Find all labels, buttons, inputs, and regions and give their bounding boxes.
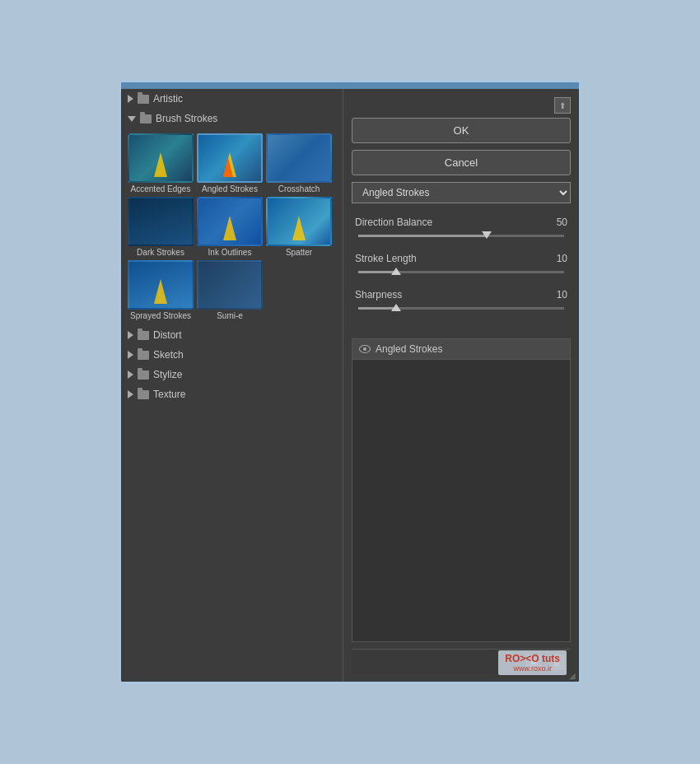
stroke-length-row: Stroke Length 10: [355, 253, 567, 264]
visibility-eye-icon[interactable]: [359, 345, 371, 353]
sail-deco-6: [154, 279, 167, 304]
sharpness-slider-row: [355, 307, 567, 319]
thumb-img-angled-strokes: [197, 133, 263, 183]
filter-dropdown-row: Angled Strokes: [352, 182, 571, 203]
thumb-label-ink-outlines: Ink Outlines: [208, 248, 252, 257]
thumb-label-sprayed-strokes: Sprayed Strokes: [130, 311, 191, 320]
direction-balance-row: Direction Balance 50: [355, 217, 567, 228]
sail-deco-3: [223, 157, 233, 177]
thumb-label-accented-edges: Accented Edges: [131, 184, 191, 193]
folder-texture[interactable]: Texture: [121, 384, 343, 404]
thumb-ink-outlines[interactable]: Ink Outlines: [197, 197, 263, 257]
ok-button[interactable]: OK: [352, 118, 571, 143]
thumb-img-crosshatch: [266, 133, 332, 183]
sharpness-fill: [358, 307, 395, 310]
folder-brush-strokes[interactable]: Brush Strokes: [121, 109, 343, 128]
new-effect-button[interactable]: ▣: [526, 655, 541, 669]
folder-stylize-icon: [138, 370, 149, 380]
stroke-length-fill: [358, 271, 395, 273]
direction-balance-thumb[interactable]: [482, 231, 492, 239]
direction-balance-slider-row: [355, 235, 567, 246]
sharpness-label: Sharpness: [355, 289, 446, 300]
folder-distort[interactable]: Distort: [121, 325, 343, 345]
applied-effects-panel: Angled Strokes: [352, 338, 571, 642]
stroke-length-track[interactable]: [358, 271, 564, 273]
filter-dropdown[interactable]: Angled Strokes: [352, 182, 571, 203]
thumb-dark-strokes[interactable]: Dark Strokes: [128, 197, 194, 257]
sharpness-row: Sharpness 10: [355, 289, 567, 300]
controls-area: Direction Balance 50 Stroke Length 10: [352, 210, 571, 332]
controls-panel: ⬆ OK Cancel Angled Strokes Direction Bal…: [343, 89, 579, 682]
folder-artistic[interactable]: Artistic: [121, 89, 343, 109]
arrow-right-icon: [128, 95, 133, 103]
arrow-right-sketch: [128, 351, 133, 359]
folder-brush-icon: [140, 114, 152, 123]
collapse-button[interactable]: ⬆: [554, 97, 571, 114]
stroke-length-thumb[interactable]: [391, 268, 401, 275]
thumb-crosshatch[interactable]: Crosshatch: [266, 133, 332, 193]
folder-distort-label: Distort: [153, 329, 182, 341]
applied-effect-label: Angled Strokes: [376, 343, 442, 355]
delete-effect-button[interactable]: 🗑: [549, 655, 564, 669]
folder-sketch-label: Sketch: [153, 349, 184, 361]
thumb-img-accented-edges: [128, 133, 194, 183]
thumb-sprayed-strokes[interactable]: Sprayed Strokes: [128, 260, 194, 320]
filter-list-panel: Artistic Brush Strokes Accented Edges: [121, 89, 343, 682]
thumb-sumi-e[interactable]: Sumi-e: [197, 260, 263, 320]
folder-stylize[interactable]: Stylize: [121, 365, 343, 384]
folder-icon: [138, 95, 149, 104]
thumb-label-dark-strokes: Dark Strokes: [137, 248, 184, 257]
folder-sketch[interactable]: Sketch: [121, 345, 343, 365]
stroke-length-label: Stroke Length: [355, 253, 446, 264]
stroke-length-value: 10: [543, 253, 567, 264]
direction-balance-fill: [358, 235, 486, 237]
applied-effects-header: Angled Strokes: [352, 339, 570, 360]
thumb-img-ink-outlines: [197, 197, 263, 246]
sail-decoration: [154, 152, 167, 177]
applied-effects-content: [352, 360, 570, 641]
panel-footer: ▣ 🗑: [352, 649, 571, 673]
folder-distort-icon: [138, 331, 149, 340]
cancel-button[interactable]: Cancel: [352, 150, 571, 175]
thumb-img-dark-strokes: [128, 197, 194, 246]
sharpness-track[interactable]: [358, 307, 564, 310]
filter-thumbnail-grid: Accented Edges Angled Strokes Crosshatch…: [121, 128, 343, 325]
arrow-down-icon: [128, 116, 136, 122]
thumb-spatter[interactable]: Spatter: [266, 197, 332, 257]
thumb-label-sumi-e: Sumi-e: [217, 311, 243, 320]
filter-gallery-dialog: Artistic Brush Strokes Accented Edges: [119, 81, 581, 683]
direction-balance-track[interactable]: [358, 235, 564, 237]
folder-texture-icon: [138, 390, 149, 399]
resize-handle[interactable]: ◢: [569, 671, 576, 680]
thumb-img-sprayed-strokes: [128, 260, 194, 310]
thumb-img-sumi-e: [197, 260, 263, 310]
folder-stylize-label: Stylize: [153, 369, 182, 380]
thumb-accented-edges[interactable]: Accented Edges: [128, 133, 194, 193]
thumb-angled-strokes[interactable]: Angled Strokes: [197, 133, 263, 193]
stroke-length-slider-row: [355, 271, 567, 282]
folder-sketch-icon: [138, 351, 149, 360]
direction-balance-value: 50: [543, 217, 567, 228]
arrow-right-texture: [128, 390, 133, 398]
title-bar: [121, 82, 579, 89]
folder-artistic-label: Artistic: [153, 93, 183, 105]
sharpness-thumb[interactable]: [391, 304, 401, 311]
direction-balance-label: Direction Balance: [355, 217, 446, 228]
arrow-right-stylize: [128, 370, 133, 379]
thumb-img-spatter: [266, 197, 332, 246]
sharpness-value: 10: [543, 289, 567, 300]
sail-deco-4: [223, 216, 236, 240]
thumb-label-spatter: Spatter: [286, 248, 312, 257]
folder-brush-strokes-label: Brush Strokes: [156, 113, 217, 124]
folder-texture-label: Texture: [153, 389, 185, 400]
sail-deco-5: [292, 216, 306, 240]
arrow-right-distort: [128, 331, 133, 339]
thumb-label-crosshatch: Crosshatch: [278, 184, 320, 193]
thumb-label-angled-strokes: Angled Strokes: [202, 184, 258, 193]
